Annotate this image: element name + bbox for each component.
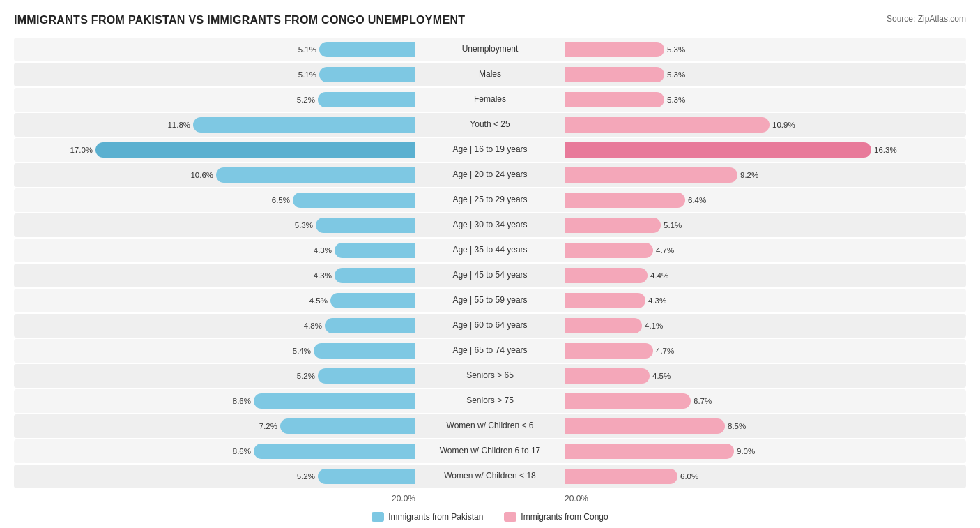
bar-row: 8.6% Women w/ Children 6 to 17 9.0%: [14, 439, 966, 463]
chart-container: IMMIGRANTS FROM PAKISTAN VS IMMIGRANTS F…: [14, 14, 966, 522]
right-bar-wrap: 6.7%: [565, 393, 966, 409]
right-value: 6.7%: [694, 397, 712, 405]
left-value: 11.8%: [167, 121, 190, 129]
left-value: 6.5%: [272, 196, 290, 204]
right-bar-wrap: 9.0%: [565, 444, 966, 459]
left-value: 4.3%: [314, 246, 332, 255]
left-section: 4.3%: [14, 243, 418, 258]
right-value: 9.2%: [740, 171, 758, 179]
right-value: 4.5%: [652, 372, 671, 380]
bar-row: 5.3% Age | 30 to 34 years 5.1%: [14, 213, 966, 237]
left-bar-wrap: 5.3%: [14, 218, 415, 233]
left-bar-wrap: 5.2%: [14, 469, 415, 484]
left-section: 8.6%: [14, 393, 418, 409]
right-section: 5.3%: [562, 67, 966, 82]
left-value: 8.6%: [233, 447, 251, 455]
left-section: 11.8%: [14, 117, 418, 133]
right-bar-wrap: 4.4%: [565, 268, 966, 283]
bar-row: 5.4% Age | 65 to 74 years 4.7%: [14, 339, 966, 363]
bar-label: Women w/ Children < 18: [418, 471, 562, 482]
bar-row: 8.6% Seniors > 75 6.7%: [14, 389, 966, 413]
bar-label: Unemployment: [418, 44, 562, 55]
bar-row: 5.2% Women w/ Children < 18 6.0%: [14, 465, 966, 488]
legend-color-pink: [504, 512, 516, 522]
right-section: 9.0%: [562, 444, 966, 459]
chart-area: 5.1% Unemployment 5.3% 5.1% Males 5.3%: [14, 38, 966, 488]
chart-source: Source: ZipAtlas.com: [887, 14, 966, 24]
left-value: 8.6%: [233, 397, 251, 405]
left-bar-wrap: 4.8%: [14, 318, 415, 333]
right-section: 4.7%: [562, 343, 966, 359]
bar-row: 4.8% Age | 60 to 64 years 4.1%: [14, 314, 966, 338]
bar-label: Seniors > 75: [418, 395, 562, 407]
left-bar-wrap: 6.5%: [14, 193, 415, 208]
bar-label: Age | 30 to 34 years: [418, 220, 562, 231]
left-section: 5.3%: [14, 218, 418, 233]
left-bar: [193, 117, 415, 133]
bar-label: Age | 60 to 64 years: [418, 320, 562, 331]
right-section: 4.7%: [562, 243, 966, 258]
left-bar-wrap: 8.6%: [14, 444, 415, 459]
bar-label: Youth < 25: [418, 119, 562, 130]
right-value: 9.0%: [737, 447, 755, 455]
right-bar: [565, 469, 677, 484]
right-value: 6.4%: [688, 196, 706, 204]
left-section: 4.5%: [14, 293, 418, 308]
left-value: 7.2%: [259, 422, 277, 430]
right-bar: [565, 218, 661, 233]
right-bar: [565, 92, 664, 107]
right-section: 8.5%: [562, 418, 966, 434]
bar-row: 4.5% Age | 55 to 59 years 4.3%: [14, 289, 966, 312]
right-section: 4.4%: [562, 268, 966, 283]
bar-label: Age | 55 to 59 years: [418, 295, 562, 306]
right-bar: [565, 368, 650, 384]
bar-label: Age | 45 to 54 years: [418, 270, 562, 281]
left-value: 5.2%: [297, 472, 315, 481]
left-value: 4.5%: [309, 296, 328, 305]
left-value: 5.4%: [293, 347, 311, 355]
left-bar: [280, 418, 415, 434]
chart-title: IMMIGRANTS FROM PAKISTAN VS IMMIGRANTS F…: [14, 14, 465, 27]
bar-row: 5.2% Seniors > 65 4.5%: [14, 364, 966, 388]
left-section: 10.6%: [14, 167, 418, 183]
right-value: 5.1%: [664, 221, 682, 229]
right-section: 9.2%: [562, 167, 966, 183]
left-bar: [318, 469, 415, 484]
left-section: 5.1%: [14, 42, 418, 57]
bar-row: 4.3% Age | 45 to 54 years 4.4%: [14, 264, 966, 287]
legend-label-congo: Immigrants from Congo: [521, 512, 608, 522]
bar-label: Seniors > 65: [418, 370, 562, 382]
axis-left-value: 20.0%: [392, 494, 415, 504]
right-bar: [565, 67, 664, 82]
right-value: 4.4%: [650, 271, 668, 280]
left-section: 4.8%: [14, 318, 418, 333]
bar-row: 5.1% Males 5.3%: [14, 63, 966, 86]
bar-row: 11.8% Youth < 25 10.9%: [14, 113, 966, 137]
left-bar: [319, 42, 415, 57]
right-bar: [565, 193, 685, 208]
left-section: 8.6%: [14, 444, 418, 459]
right-bar-wrap: 6.0%: [565, 469, 966, 484]
bar-row: 5.1% Unemployment 5.3%: [14, 38, 966, 61]
left-value: 5.2%: [297, 96, 315, 104]
chart-header: IMMIGRANTS FROM PAKISTAN VS IMMIGRANTS F…: [14, 14, 966, 27]
left-section: 7.2%: [14, 418, 418, 434]
left-bar-wrap: 4.5%: [14, 293, 415, 308]
right-bar-wrap: 9.2%: [565, 167, 966, 183]
right-section: 4.5%: [562, 368, 966, 384]
right-bar-wrap: 5.1%: [565, 218, 966, 233]
legend-item-congo: Immigrants from Congo: [504, 512, 608, 522]
right-section: 4.3%: [562, 293, 966, 308]
left-bar: [330, 293, 415, 308]
left-value: 5.1%: [298, 70, 316, 79]
axis-right-value: 20.0%: [565, 494, 588, 504]
right-section: 5.3%: [562, 92, 966, 107]
right-value: 16.3%: [874, 146, 897, 154]
right-section: 6.0%: [562, 469, 966, 484]
bar-row: 4.3% Age | 35 to 44 years 4.7%: [14, 239, 966, 262]
left-section: 5.1%: [14, 67, 418, 82]
left-bar-wrap: 5.2%: [14, 368, 415, 384]
left-bar-wrap: 4.3%: [14, 243, 415, 258]
right-section: 6.7%: [562, 393, 966, 409]
right-value: 4.3%: [648, 296, 666, 305]
